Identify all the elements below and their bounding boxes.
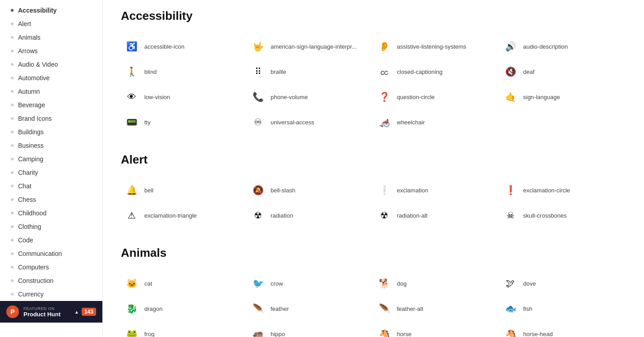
icon-item-radiation-alt[interactable]: ☢radiation-alt xyxy=(373,203,500,228)
sidebar-item-label: Animals xyxy=(18,34,41,41)
icon-item-dove[interactable]: 🕊dove xyxy=(500,271,626,296)
sidebar-dot xyxy=(11,266,14,269)
icon-dog: 🐕 xyxy=(377,276,391,291)
icon-bell-slash: 🔕 xyxy=(251,183,265,197)
icon-label: radiation-alt xyxy=(397,212,428,219)
icon-item-bell-slash[interactable]: 🔕bell-slash xyxy=(247,178,373,203)
icon-phone-volume: 📞 xyxy=(251,90,265,104)
sidebar-item-brand-icons[interactable]: Brand Icons xyxy=(0,112,102,125)
sidebar-item-chess[interactable]: Chess xyxy=(0,193,102,206)
sidebar-item-code[interactable]: Code xyxy=(0,233,102,247)
section-alert: Alert🔔bell🔕bell-slash❕exclamation❗exclam… xyxy=(121,153,626,228)
icon-item-phone-volume[interactable]: 📞phone-volume xyxy=(247,84,373,109)
icon-item-low-vision[interactable]: 👁low-vision xyxy=(121,84,247,109)
icon-frog: 🐸 xyxy=(124,327,139,337)
icon-label: crow xyxy=(271,280,283,287)
icon-item-skull-crossbones[interactable]: ☠skull-crossbones xyxy=(500,203,626,228)
icon-item-bell[interactable]: 🔔bell xyxy=(121,178,247,203)
sidebar-item-label: Construction xyxy=(18,277,54,284)
icon-item-radiation[interactable]: ☢radiation xyxy=(247,203,373,228)
icon-item-closed-captioning[interactable]: ㏄closed-captioning xyxy=(373,59,500,84)
sidebar-item-label: Code xyxy=(18,237,33,244)
icon-item-dog[interactable]: 🐕dog xyxy=(373,271,500,296)
icon-label: accessible-icon xyxy=(144,43,184,50)
icon-item-exclamation-triangle[interactable]: ⚠exclamation-triangle xyxy=(121,203,247,228)
icon-item-universal-access[interactable]: ♾universal-access xyxy=(247,109,373,135)
main-content: Accessibility♿accessible-icon🤟american-s… xyxy=(103,0,644,337)
icon-label: feather-alt xyxy=(397,305,423,312)
sidebar-item-computers[interactable]: Computers xyxy=(0,260,102,274)
icon-feather-alt: 🪶 xyxy=(377,301,391,316)
icon-assistive-listening-systems: 👂 xyxy=(377,39,391,54)
icon-item-feather[interactable]: 🪶feather xyxy=(247,296,373,321)
icon-item-question-circle[interactable]: ❓question-circle xyxy=(373,84,500,109)
sidebar-item-label: Alert xyxy=(18,20,31,27)
icon-item-assistive-listening-systems[interactable]: 👂assistive-listening-systems xyxy=(373,34,500,59)
sidebar-item-camping[interactable]: Camping xyxy=(0,152,102,166)
sidebar-item-accessibility[interactable]: Accessibility xyxy=(0,4,102,17)
icon-item-crow[interactable]: 🐦crow xyxy=(247,271,373,296)
sidebar-item-label: Arrows xyxy=(18,47,38,55)
sidebar-item-automotive[interactable]: Automotive xyxy=(0,71,102,85)
sidebar-item-beverage[interactable]: Beverage xyxy=(0,98,102,112)
sidebar-item-business[interactable]: Business xyxy=(0,139,102,152)
icon-item-blind[interactable]: 🚶blind xyxy=(121,59,247,84)
sidebar-item-audio---video[interactable]: Audio & Video xyxy=(0,58,102,71)
icon-item-hippo[interactable]: 🦛hippo xyxy=(247,321,373,337)
icon-label: assistive-listening-systems xyxy=(397,43,466,50)
icon-item-deaf[interactable]: 🔇deaf xyxy=(500,59,626,84)
sidebar-dot xyxy=(11,117,14,120)
sidebar-item-label: Business xyxy=(18,142,44,149)
icon-item-american-sign-language-interpr[interactable]: 🤟american-sign-language-interpr... xyxy=(247,34,373,59)
sidebar-dot xyxy=(11,9,14,12)
icon-item-horse[interactable]: 🐴horse xyxy=(373,321,500,337)
icon-label: question-circle xyxy=(397,94,435,100)
sidebar-item-communication[interactable]: Communication xyxy=(0,247,102,260)
icon-item-cat[interactable]: 🐱cat xyxy=(121,271,247,296)
icon-item-horse-head[interactable]: 🐴horse-head xyxy=(500,321,626,337)
sidebar-item-construction[interactable]: Construction xyxy=(0,274,102,287)
sidebar-item-buildings[interactable]: Buildings xyxy=(0,125,102,139)
icon-item-dragon[interactable]: 🐉dragon xyxy=(121,296,247,321)
icon-item-frog[interactable]: 🐸frog xyxy=(121,321,247,337)
section-animals: Animals🐱cat🐦crow🐕dog🕊dove🐉dragon🪶feather… xyxy=(121,246,626,337)
sidebar-item-clothing[interactable]: Clothing xyxy=(0,220,102,233)
sidebar-item-alert[interactable]: Alert xyxy=(0,17,102,31)
icon-item-wheelchair[interactable]: 🦽wheelchair xyxy=(373,109,500,135)
icon-item-sign-language[interactable]: 🤙sign-language xyxy=(500,84,626,109)
icon-item-accessible-icon[interactable]: ♿accessible-icon xyxy=(121,34,247,59)
icon-item-braille[interactable]: ⠿braille xyxy=(247,59,373,84)
icon-item-fish[interactable]: 🐟fish xyxy=(500,296,626,321)
icon-label: horse-head xyxy=(523,331,553,337)
icon-label: deaf xyxy=(523,68,534,75)
sidebar-item-animals[interactable]: Animals xyxy=(0,31,102,44)
icon-label: american-sign-language-interpr... xyxy=(271,43,357,50)
sidebar-item-label: Camping xyxy=(18,155,43,163)
icon-tty: 📟 xyxy=(124,115,139,129)
sidebar-item-autumn[interactable]: Autumn xyxy=(0,85,102,98)
sidebar-item-childhood[interactable]: Childhood xyxy=(0,206,102,220)
icon-label: exclamation-circle xyxy=(523,187,570,194)
icon-item-feather-alt[interactable]: 🪶feather-alt xyxy=(373,296,500,321)
sidebar-dot xyxy=(11,225,14,228)
icon-item-exclamation-circle[interactable]: ❗exclamation-circle xyxy=(500,178,626,203)
section-title-animals: Animals xyxy=(121,246,626,260)
icon-item-tty[interactable]: 📟tty xyxy=(121,109,247,135)
icon-item-audio-description[interactable]: 🔊audio-description xyxy=(500,34,626,59)
icon-label: feather xyxy=(271,305,289,312)
ph-logo-icon: P xyxy=(6,305,19,318)
sidebar-dot xyxy=(11,171,14,174)
sidebar-item-arrows[interactable]: Arrows xyxy=(0,44,102,58)
icon-bell: 🔔 xyxy=(124,183,139,197)
icons-grid-animals: 🐱cat🐦crow🐕dog🕊dove🐉dragon🪶feather🪶feathe… xyxy=(121,271,626,337)
sidebar-item-label: Communication xyxy=(18,250,62,257)
sidebar-item-charity[interactable]: Charity xyxy=(0,166,102,179)
icon-exclamation: ❕ xyxy=(377,183,391,197)
sidebar-item-currency[interactable]: Currency xyxy=(0,287,102,301)
icon-item-exclamation[interactable]: ❕exclamation xyxy=(373,178,500,203)
icon-horse-head: 🐴 xyxy=(503,327,518,337)
product-hunt-badge[interactable]: P FEATURED ON Product Hunt ▲ 143 xyxy=(0,301,102,323)
icon-label: audio-description xyxy=(523,43,568,50)
icon-question-circle: ❓ xyxy=(377,90,391,104)
sidebar-item-chat[interactable]: Chat xyxy=(0,179,102,193)
